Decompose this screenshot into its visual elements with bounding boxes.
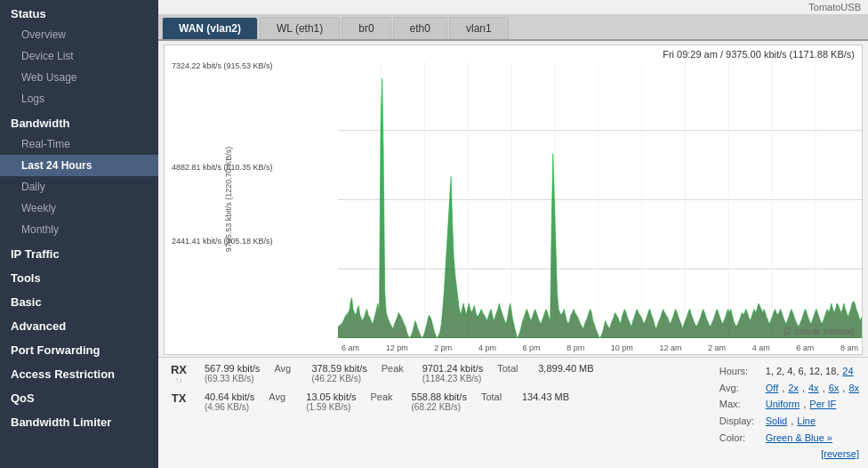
rx-peak-value: 9701.24 kbit/s	[422, 363, 484, 374]
display-solid[interactable]: Solid	[766, 413, 787, 430]
y-label-3: 2441.41 kbit/s (305.18 KB/s)	[172, 237, 273, 246]
settings-panel: Hours: 1, 2, 4, 6, 12, 18, 24 Avg: Off ,…	[719, 363, 859, 463]
sidebar-item-overview[interactable]: Overview	[0, 24, 158, 45]
rx-value-block: 567.99 kbit/s (69.33 KB/s)	[205, 363, 260, 383]
tx-value: 40.64 kbit/s	[205, 391, 254, 402]
tx-total-value: 134.43 MB	[522, 391, 569, 402]
sidebar-item-weekly[interactable]: Weekly	[0, 198, 158, 219]
max-per-if[interactable]: Per IF	[809, 396, 836, 413]
chart-svg	[338, 61, 862, 338]
sidebar-section-bandwidth-limiter[interactable]: Bandwidth Limiter	[0, 408, 158, 432]
y-label-2: 4882.81 kbit/s (610.35 KB/s)	[172, 163, 273, 172]
tx-avg-label-block: Avg	[269, 391, 292, 402]
x-label-4: 6 pm	[523, 343, 541, 352]
chart-x-labels: 6 am 12 pm 2 pm 4 pm 6 pm 8 pm 10 pm 12 …	[338, 343, 862, 352]
tab-vlan1[interactable]: vlan1	[449, 17, 509, 39]
sidebar-section-tools[interactable]: Tools	[0, 264, 158, 288]
tx-peak-value: 558.88 kbit/s	[412, 391, 467, 402]
sidebar-item-monthly[interactable]: Monthly	[0, 219, 158, 240]
sidebar-section-basic[interactable]: Basic	[0, 288, 158, 312]
avg-6x[interactable]: 6x	[829, 380, 840, 397]
svg-marker-15	[338, 78, 862, 337]
rx-peak-label-block: Peak	[382, 363, 408, 374]
tab-br0[interactable]: br0	[342, 17, 390, 39]
tx-stats-row: TX 40.64 kbit/s (4.96 KB/s) Avg 13.05 kb…	[167, 391, 594, 412]
tx-peak-block: 558.88 kbit/s (68.22 KB/s)	[412, 391, 467, 412]
tx-avg-sub: (1.59 KB/s)	[306, 402, 356, 412]
tx-avg-value: 13.05 kbit/s	[306, 391, 356, 402]
sidebar-item-last-24-hours[interactable]: Last 24 Hours	[0, 155, 158, 176]
rx-total-block: 3,899.40 MB	[538, 363, 593, 374]
sidebar-item-daily[interactable]: Daily	[0, 176, 158, 198]
interval-note: (2 minute interval)	[784, 327, 855, 336]
max-uniform[interactable]: Uniform	[766, 396, 800, 413]
stats-area: RX ↑↓ 567.99 kbit/s (69.33 KB/s) Avg 378…	[158, 357, 868, 468]
sidebar-section-access-restriction[interactable]: Access Restriction	[0, 360, 158, 384]
hours-label: Hours:	[719, 363, 762, 380]
display-label: Display:	[719, 413, 762, 430]
x-label-8: 2 am	[708, 343, 726, 352]
tx-value-block: 40.64 kbit/s (4.96 KB/s)	[205, 391, 254, 412]
tx-avg-block: 13.05 kbit/s (1.59 KB/s)	[306, 391, 356, 412]
brand-bar: TomatoUSB	[158, 0, 868, 14]
x-label-3: 4 pm	[478, 343, 496, 352]
tx-total-label: Total	[481, 391, 508, 402]
chart-header: Fri 09:29 am / 9375.00 kbit/s (1171.88 K…	[663, 49, 855, 60]
tx-total-block: 134.43 MB	[522, 391, 569, 402]
tab-wan[interactable]: WAN (vlan2)	[162, 17, 258, 39]
rx-sub: (69.33 KB/s)	[205, 374, 260, 383]
rx-avg-value: 378.59 kbit/s	[311, 363, 366, 374]
tab-bar: WAN (vlan2) WL (eth1) br0 eth0 vlan1	[158, 14, 868, 41]
x-label-5: 8 pm	[567, 343, 584, 352]
sidebar-section-status: Status	[0, 0, 158, 24]
tx-avg-label: Avg	[269, 391, 292, 402]
avg-2x[interactable]: 2x	[788, 380, 799, 397]
brand-name: TomatoUSB	[808, 2, 861, 12]
rx-stats-row: RX ↑↓ 567.99 kbit/s (69.33 KB/s) Avg 378…	[167, 363, 594, 384]
max-label: Max:	[719, 396, 762, 413]
avg-off[interactable]: Off	[766, 380, 778, 397]
main-content: TomatoUSB WAN (vlan2) WL (eth1) br0 eth0…	[158, 0, 868, 468]
chart-y-labels	[166, 45, 335, 336]
rx-peak-block: 9701.24 kbit/s (1184.23 KB/s)	[422, 363, 484, 383]
x-label-7: 12 am	[659, 343, 681, 352]
sidebar: Status Overview Device List Web Usage Lo…	[0, 0, 158, 468]
sidebar-section-port-forwarding[interactable]: Port Forwarding	[0, 336, 158, 360]
rx-peak-sub: (1184.23 KB/s)	[422, 374, 484, 383]
sidebar-section-advanced[interactable]: Advanced	[0, 312, 158, 336]
sidebar-item-web-usage[interactable]: Web Usage	[0, 67, 158, 88]
rx-label: RX	[171, 363, 187, 376]
x-label-2: 2 pm	[434, 343, 452, 352]
sidebar-section-qos[interactable]: QoS	[0, 384, 158, 408]
x-label-9: 4 am	[752, 343, 770, 352]
bandwidth-chart: Fri 09:29 am / 9375.00 kbit/s (1171.88 K…	[164, 44, 863, 355]
tx-peak-label: Peak	[371, 391, 398, 402]
tab-wl[interactable]: WL (eth1)	[260, 17, 340, 39]
sidebar-item-device-list[interactable]: Device List	[0, 45, 158, 67]
display-line[interactable]: Line	[797, 413, 816, 430]
x-label-1: 12 pm	[386, 343, 408, 352]
tx-total-label-block: Total	[481, 391, 508, 402]
avg-label: Avg:	[719, 380, 762, 397]
hours-values: 1, 2, 4, 6, 12, 18,	[766, 363, 840, 380]
color-value[interactable]: Green & Blue »	[766, 430, 832, 447]
stats-left: RX ↑↓ 567.99 kbit/s (69.33 KB/s) Avg 378…	[167, 363, 594, 412]
avg-8x[interactable]: 8x	[848, 380, 859, 397]
rx-total-value: 3,899.40 MB	[538, 363, 593, 374]
rx-arrows: ↑↓	[175, 376, 182, 384]
rx-total-label-block: Total	[497, 363, 524, 374]
tab-eth0[interactable]: eth0	[393, 17, 447, 39]
sidebar-item-real-time[interactable]: Real-Time	[0, 133, 158, 155]
reverse-label[interactable]: [reverse]	[821, 446, 859, 463]
color-label: Color:	[719, 430, 762, 447]
sidebar-item-logs[interactable]: Logs	[0, 88, 158, 109]
avg-4x[interactable]: 4x	[808, 380, 819, 397]
x-label-0: 6 am	[342, 343, 359, 352]
rx-peak-label: Peak	[382, 363, 408, 374]
rx-avg-block: 378.59 kbit/s (46.22 KB/s)	[311, 363, 366, 383]
tx-label: TX	[172, 391, 187, 405]
tx-peak-label-block: Peak	[371, 391, 398, 402]
hours-link-24[interactable]: 24	[842, 363, 853, 380]
sidebar-section-ip-traffic[interactable]: IP Traffic	[0, 240, 158, 264]
rx-avg-label-block: Avg	[274, 363, 297, 374]
